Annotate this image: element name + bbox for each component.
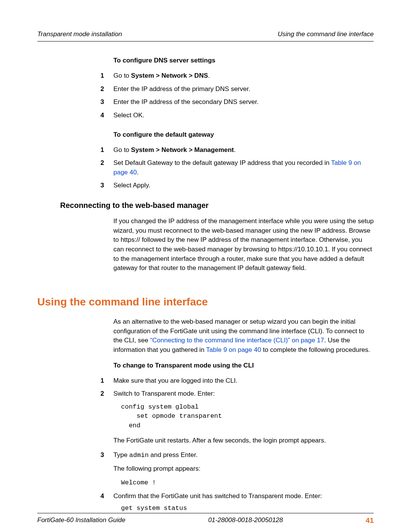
step-text: Select OK. — [113, 111, 374, 120]
step-number: 1 — [100, 145, 113, 155]
gateway-step-1: 1 Go to System > Network > Management. — [113, 145, 374, 155]
step-number: 4 — [100, 111, 113, 120]
text-fragment: to complete the following procedures. — [261, 346, 370, 353]
step-text: Go to System > Network > DNS. — [113, 71, 374, 81]
gateway-step-2: 2 Set Default Gateway to the default gat… — [113, 158, 374, 177]
code-block: config system global set opmode transpar… — [121, 403, 374, 431]
cli-change-heading: To change to Transparent mode using the … — [113, 362, 374, 369]
page: Transparent mode installation Using the … — [0, 0, 411, 532]
text-fragment: Go to — [113, 72, 131, 79]
gateway-steps: 1 Go to System > Network > Management. 2… — [113, 145, 374, 191]
step-text: Confirm that the FortiGate unit has swit… — [113, 492, 374, 501]
step-text: Make sure that you are logged into the C… — [113, 376, 374, 386]
cli-heading: Using the command line interface — [37, 296, 374, 308]
step-number: 1 — [100, 71, 113, 81]
menu-path: System > Network > Management — [131, 146, 234, 153]
cli-step-2: 2 Switch to Transparent mode. Enter: — [113, 389, 374, 399]
text-fragment: . — [208, 72, 210, 79]
step-number: 3 — [100, 181, 113, 190]
step-number: 4 — [100, 492, 113, 501]
cli-steps: 1 Make sure that you are logged into the… — [113, 376, 374, 399]
inline-code: admin — [129, 452, 149, 459]
step-text: Enter the IP address of the primary DNS … — [113, 85, 374, 94]
page-number: 41 — [366, 516, 374, 525]
step-number: 3 — [100, 451, 113, 460]
running-head: Transparent mode installation Using the … — [37, 30, 374, 42]
code-block: Welcome ! — [121, 479, 374, 486]
cli-step-4: 4 Confirm that the FortiGate unit has sw… — [113, 492, 374, 501]
gateway-step-3: 3 Select Apply. — [113, 181, 374, 190]
dns-section: To configure DNS server settings 1 Go to… — [113, 57, 374, 190]
dns-heading: To configure DNS server settings — [113, 57, 374, 64]
running-head-right: Using the command line interface — [278, 30, 374, 38]
cli-prompt-note: The following prompt appears: — [113, 464, 374, 474]
dns-step-4: 4 Select OK. — [113, 111, 374, 120]
dns-step-2: 2 Enter the IP address of the primary DN… — [113, 85, 374, 94]
cli-body: As an alternative to the web-based manag… — [113, 317, 374, 512]
footer-center: 01-28008-0018-20050128 — [208, 516, 283, 525]
text-fragment: and press Enter. — [149, 451, 198, 459]
step-text: Set Default Gateway to the default gatew… — [113, 158, 374, 177]
text-fragment: Type — [113, 451, 129, 459]
gateway-heading: To configure the default gateway — [113, 131, 374, 139]
page-footer: FortiGate-60 Installation Guide 01-28008… — [37, 513, 374, 525]
text-fragment: Set Default Gateway to the default gatew… — [113, 159, 331, 166]
step-text: Select Apply. — [113, 181, 374, 190]
step-number: 3 — [100, 97, 113, 107]
reconnect-heading: Reconnecting to the web-based manager — [60, 201, 374, 210]
step-number: 2 — [100, 389, 113, 399]
dns-steps: 1 Go to System > Network > DNS. 2 Enter … — [113, 71, 374, 120]
step-text: Switch to Transparent mode. Enter: — [113, 389, 374, 399]
step-number: 2 — [100, 158, 113, 177]
running-head-left: Transparent mode installation — [37, 30, 122, 38]
step-text: Enter the IP address of the secondary DN… — [113, 97, 374, 107]
cli-steps-4: 4 Confirm that the FortiGate unit has sw… — [113, 492, 374, 501]
code-block: get system status — [121, 505, 374, 512]
step-text: Type admin and press Enter. — [113, 451, 374, 460]
cli-step-1: 1 Make sure that you are logged into the… — [113, 376, 374, 386]
text-fragment: Go to — [113, 146, 131, 153]
cli-restart-note: The FortiGate unit restarts. After a few… — [113, 436, 374, 446]
footer-left: FortiGate-60 Installation Guide — [37, 516, 126, 525]
reconnect-para: If you changed the IP address of the man… — [113, 217, 374, 273]
cli-step-3: 3 Type admin and press Enter. — [113, 451, 374, 460]
step-number: 2 — [100, 85, 113, 94]
cross-ref-link[interactable]: Table 9 on page 40 — [206, 346, 261, 353]
cli-steps-3: 3 Type admin and press Enter. — [113, 451, 374, 460]
menu-path: System > Network > DNS — [131, 72, 208, 79]
dns-step-3: 3 Enter the IP address of the secondary … — [113, 97, 374, 107]
dns-step-1: 1 Go to System > Network > DNS. — [113, 71, 374, 81]
text-fragment: . — [234, 146, 236, 153]
cli-intro: As an alternative to the web-based manag… — [113, 317, 374, 355]
text-fragment: . — [137, 169, 139, 176]
step-number: 1 — [100, 376, 113, 386]
cross-ref-link[interactable]: “Connecting to the command line interfac… — [150, 337, 324, 344]
reconnect-body: If you changed the IP address of the man… — [113, 217, 374, 273]
step-text: Go to System > Network > Management. — [113, 145, 374, 155]
